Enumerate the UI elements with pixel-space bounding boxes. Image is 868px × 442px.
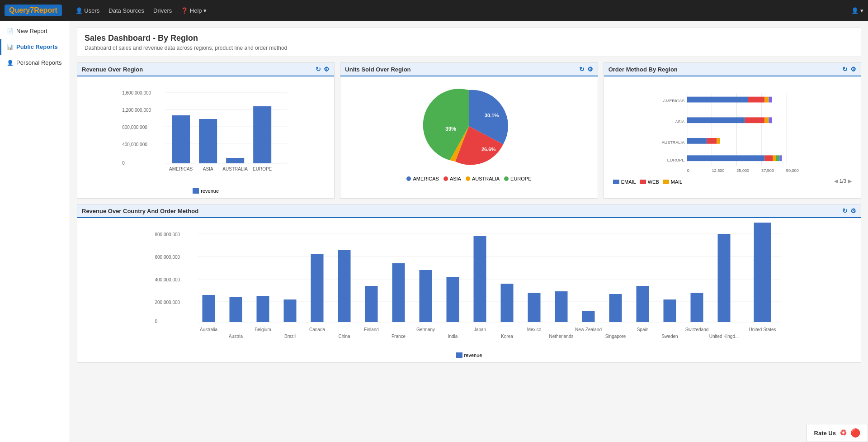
chart3-prev-btn[interactable]: ◀ bbox=[834, 178, 838, 184]
svg-text:Japan: Japan bbox=[474, 327, 486, 332]
svg-rect-87 bbox=[555, 291, 568, 322]
svg-text:Canada: Canada bbox=[309, 327, 325, 332]
nav-drivers[interactable]: Drivers bbox=[153, 7, 172, 14]
chart1-refresh-icon[interactable]: ↻ bbox=[316, 66, 321, 73]
svg-rect-71 bbox=[338, 250, 351, 322]
svg-text:Sweden: Sweden bbox=[661, 334, 678, 339]
svg-text:Spain: Spain bbox=[637, 327, 649, 332]
svg-rect-99 bbox=[718, 234, 731, 322]
svg-text:Australia: Australia bbox=[200, 327, 217, 332]
svg-text:Switzerland: Switzerland bbox=[685, 327, 709, 332]
svg-rect-61 bbox=[203, 295, 215, 322]
svg-rect-10 bbox=[172, 115, 190, 163]
personal-reports-icon: 👤 bbox=[7, 60, 14, 66]
svg-rect-102 bbox=[754, 259, 771, 322]
chart1-header: Revenue Over Region ↻ ⚙ bbox=[77, 63, 334, 76]
svg-text:200,000,000: 200,000,000 bbox=[155, 300, 180, 305]
chart4-refresh-icon[interactable]: ↻ bbox=[842, 207, 848, 214]
svg-text:400,000,000: 400,000,000 bbox=[155, 277, 180, 282]
svg-text:AUSTRALIA: AUSTRALIA bbox=[661, 140, 685, 145]
chart4-settings-icon[interactable]: ⚙ bbox=[850, 207, 856, 214]
svg-rect-47 bbox=[764, 155, 773, 161]
chart1-body: 1,600,000,000 1,200,000,000 800,000,000 … bbox=[77, 76, 334, 198]
svg-rect-16 bbox=[253, 106, 271, 163]
svg-text:EUROPE: EUROPE bbox=[253, 166, 272, 171]
rate-us-bar[interactable]: Rate Us ♻ 🔴 bbox=[807, 424, 868, 442]
svg-text:Mexico: Mexico bbox=[527, 327, 542, 332]
svg-rect-39 bbox=[687, 117, 745, 123]
sidebar-item-personal-reports[interactable]: 👤 Personal Reports bbox=[0, 55, 70, 71]
chart1-settings-icon[interactable]: ⚙ bbox=[324, 66, 330, 73]
chart3-body: 0 12,500 25,000 37,500 50,000 AMERICAS bbox=[604, 76, 861, 192]
svg-text:50,000: 50,000 bbox=[786, 168, 799, 173]
svg-rect-63 bbox=[230, 297, 242, 322]
chart4-legend: revenue bbox=[82, 352, 856, 358]
svg-text:United States: United States bbox=[749, 327, 776, 332]
chart1-title: Revenue Over Region bbox=[82, 66, 143, 73]
svg-text:1,200,000,000: 1,200,000,000 bbox=[122, 108, 151, 113]
svg-text:Germany: Germany bbox=[416, 327, 435, 332]
svg-text:0: 0 bbox=[122, 161, 125, 166]
svg-text:United Kingd...: United Kingd... bbox=[709, 334, 739, 339]
chart4-title: Revenue Over Country And Order Method bbox=[82, 208, 198, 214]
chart2-refresh-icon[interactable]: ↻ bbox=[579, 66, 585, 73]
chart2-body: 30.1% 26.6% 39% AMERICAS ASIA AUSTRALIA bbox=[340, 76, 597, 186]
svg-text:0: 0 bbox=[155, 319, 158, 324]
svg-text:China: China bbox=[338, 334, 350, 339]
rate-us-icon: ♻ bbox=[840, 428, 847, 438]
svg-rect-49 bbox=[776, 155, 779, 161]
svg-text:0: 0 bbox=[687, 168, 689, 173]
svg-text:France: France bbox=[392, 334, 406, 339]
svg-text:800,000,000: 800,000,000 bbox=[122, 125, 147, 130]
svg-text:ASIA: ASIA bbox=[203, 166, 213, 171]
chart3-header: Order Method By Region ↻ ⚙ bbox=[604, 63, 861, 76]
svg-rect-45 bbox=[717, 138, 720, 144]
svg-text:12,500: 12,500 bbox=[712, 168, 724, 173]
svg-rect-14 bbox=[226, 158, 244, 163]
svg-text:AMERICAS: AMERICAS bbox=[663, 99, 684, 103]
chart3-refresh-icon[interactable]: ↻ bbox=[842, 66, 848, 73]
svg-rect-36 bbox=[748, 97, 765, 103]
sidebar-item-label: New Report bbox=[16, 28, 47, 34]
svg-rect-40 bbox=[745, 117, 764, 123]
svg-rect-12 bbox=[199, 119, 217, 163]
svg-text:Singapore: Singapore bbox=[605, 334, 626, 339]
nav-datasources[interactable]: Data Sources bbox=[108, 7, 144, 14]
svg-rect-44 bbox=[707, 138, 717, 144]
nav-users[interactable]: 👤 Users bbox=[75, 7, 100, 14]
svg-rect-95 bbox=[664, 299, 676, 322]
sidebar-item-public-reports[interactable]: 📊 Public Reports bbox=[0, 39, 70, 55]
top-chart-row: Revenue Over Region ↻ ⚙ 1,600,000,000 1,… bbox=[77, 62, 861, 199]
chart3-title: Order Method By Region bbox=[609, 66, 678, 73]
sidebar-item-label: Public Reports bbox=[16, 43, 58, 50]
rate-us-label: Rate Us bbox=[814, 430, 836, 437]
svg-text:India: India bbox=[448, 334, 458, 339]
chart2-settings-icon[interactable]: ⚙ bbox=[587, 66, 593, 73]
svg-rect-77 bbox=[420, 270, 432, 322]
main-content: Sales Dashboard - By Region Dashboard of… bbox=[70, 21, 868, 442]
sidebar-item-label: Personal Reports bbox=[16, 59, 61, 66]
sidebar-item-new-report[interactable]: 📄 New Report bbox=[0, 23, 70, 39]
chart3-settings-icon[interactable]: ⚙ bbox=[850, 66, 856, 73]
svg-rect-75 bbox=[392, 263, 405, 322]
chart2-header: Units Sold Over Region ↻ ⚙ bbox=[340, 63, 597, 76]
svg-text:AUSTRALIA: AUSTRALIA bbox=[222, 166, 248, 171]
svg-rect-43 bbox=[687, 138, 707, 144]
svg-rect-48 bbox=[773, 155, 776, 161]
nav-help[interactable]: ❓ Help ▾ bbox=[181, 7, 207, 14]
svg-text:ASIA: ASIA bbox=[675, 119, 685, 124]
svg-rect-37 bbox=[764, 97, 769, 103]
svg-text:37,500: 37,500 bbox=[761, 168, 774, 173]
svg-text:Belgium: Belgium bbox=[255, 327, 271, 332]
svg-text:New Zealand: New Zealand bbox=[575, 327, 602, 332]
svg-rect-35 bbox=[687, 97, 748, 103]
svg-text:Netherlands: Netherlands bbox=[549, 334, 574, 339]
nav-user-icon[interactable]: 👤 ▾ bbox=[851, 7, 863, 14]
chart1-legend: revenue bbox=[82, 188, 330, 194]
svg-text:39%: 39% bbox=[445, 126, 456, 132]
svg-text:Korea: Korea bbox=[501, 334, 513, 339]
svg-rect-81 bbox=[474, 236, 486, 322]
sidebar: 📄 New Report 📊 Public Reports 👤 Personal… bbox=[0, 21, 70, 442]
chart2-title: Units Sold Over Region bbox=[345, 66, 410, 73]
chart3-next-btn[interactable]: ▶ bbox=[848, 178, 852, 184]
